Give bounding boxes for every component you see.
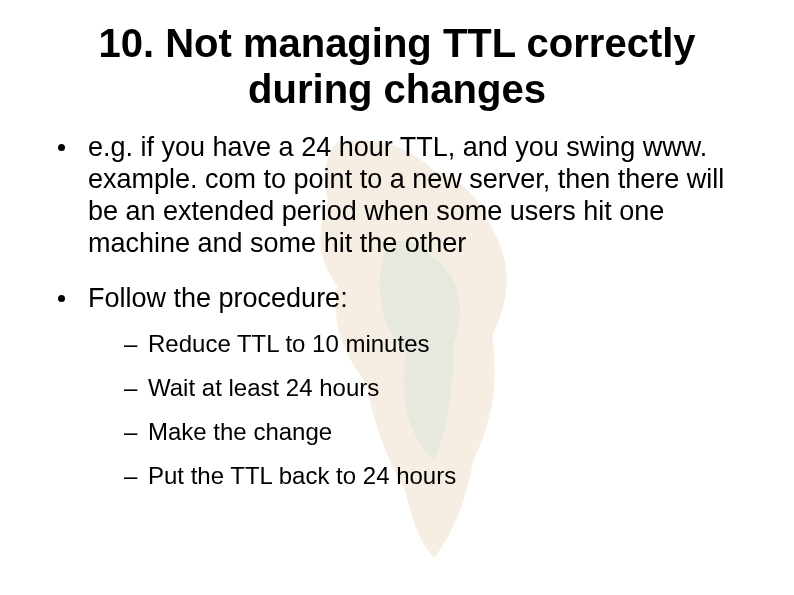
sub-bullet-text: Wait at least 24 hours xyxy=(148,374,379,401)
sub-bullet-text: Reduce TTL to 10 minutes xyxy=(148,330,429,357)
sub-bullet-list: Reduce TTL to 10 minutes Wait at least 2… xyxy=(88,329,754,491)
sub-list-item: Put the TTL back to 24 hours xyxy=(124,461,754,491)
sub-bullet-text: Put the TTL back to 24 hours xyxy=(148,462,456,489)
sub-list-item: Make the change xyxy=(124,417,754,447)
list-item: Follow the procedure: Reduce TTL to 10 m… xyxy=(50,283,754,491)
slide-title: 10. Not managing TTL correctly during ch… xyxy=(70,20,724,112)
list-item: e.g. if you have a 24 hour TTL, and you … xyxy=(50,132,754,259)
slide-container: 10. Not managing TTL correctly during ch… xyxy=(0,0,794,595)
sub-list-item: Reduce TTL to 10 minutes xyxy=(124,329,754,359)
bullet-text: Follow the procedure: xyxy=(88,283,348,313)
bullet-text: e.g. if you have a 24 hour TTL, and you … xyxy=(88,132,724,258)
bullet-list: e.g. if you have a 24 hour TTL, and you … xyxy=(30,132,764,491)
sub-bullet-text: Make the change xyxy=(148,418,332,445)
sub-list-item: Wait at least 24 hours xyxy=(124,373,754,403)
